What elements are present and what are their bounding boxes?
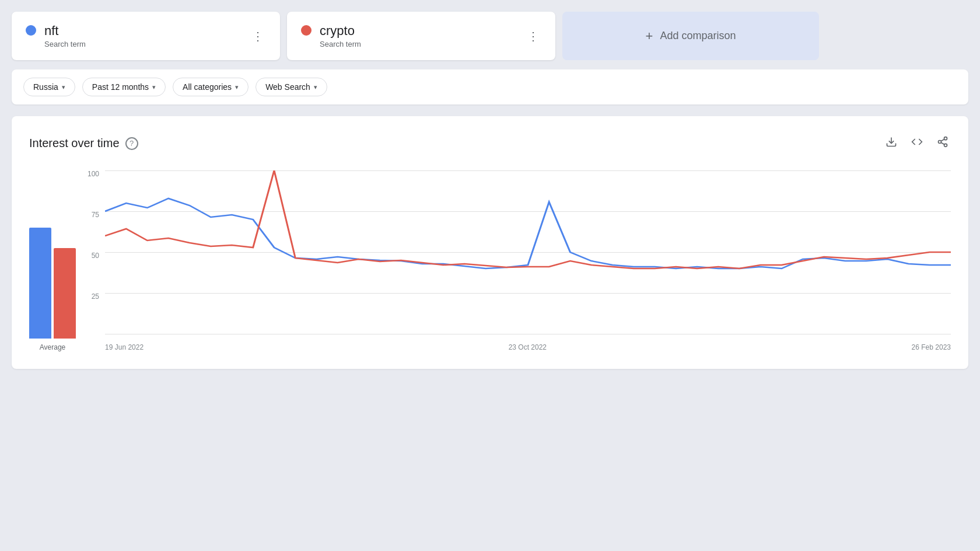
filter-time-chevron: ▾	[152, 83, 156, 91]
svg-point-1	[944, 137, 947, 140]
line-chart-container: 100 75 50 25	[88, 170, 951, 351]
chart-title: Interest over time	[29, 137, 120, 150]
x-label-jun: 19 Jun 2022	[105, 343, 144, 351]
filter-region-label: Russia	[33, 82, 58, 92]
svg-point-2	[939, 141, 942, 144]
filter-bar: Russia ▾ Past 12 months ▾ All categories…	[12, 69, 968, 104]
x-axis-labels: 19 Jun 2022 23 Oct 2022 26 Feb 2023	[105, 334, 951, 351]
chart-section: Interest over time ?	[12, 116, 968, 369]
x-label-oct: 23 Oct 2022	[509, 343, 547, 351]
svg-line-5	[941, 140, 944, 141]
add-comparison-label: Add comparison	[660, 30, 736, 42]
avg-bar-blue	[29, 228, 51, 339]
average-column: Average	[29, 175, 76, 351]
chart-area: Average 100 75 50 25	[29, 170, 951, 351]
filter-region[interactable]: Russia ▾	[23, 78, 75, 96]
chart-plot: 19 Jun 2022 23 Oct 2022 26 Feb 2023	[105, 170, 951, 351]
chart-header: Interest over time ?	[29, 134, 951, 153]
filter-search-type-chevron: ▾	[314, 83, 317, 91]
y-label-50: 50	[88, 252, 99, 259]
red-line	[105, 170, 951, 268]
y-label-100: 100	[88, 170, 99, 177]
blue-line	[105, 198, 951, 268]
line-chart-svg	[105, 170, 951, 334]
search-terms-row: nft Search term ⋮ crypto Search term ⋮ +…	[12, 12, 968, 60]
line-chart-inner: 100 75 50 25	[88, 170, 951, 351]
filter-search-type[interactable]: Web Search ▾	[256, 78, 327, 96]
share-button[interactable]	[935, 134, 951, 153]
nft-term-type: Search term	[44, 40, 86, 48]
nft-dot	[26, 25, 36, 36]
add-comparison-card[interactable]: + Add comparison	[562, 12, 819, 60]
nft-term-name: nft	[44, 23, 86, 39]
filter-time[interactable]: Past 12 months ▾	[82, 78, 166, 96]
filter-time-label: Past 12 months	[92, 82, 149, 92]
nft-search-card: nft Search term ⋮	[12, 12, 280, 60]
filter-region-chevron: ▾	[62, 83, 65, 91]
x-label-feb: 26 Feb 2023	[912, 343, 951, 351]
help-icon[interactable]: ?	[125, 137, 138, 150]
crypto-term-type: Search term	[320, 40, 361, 48]
crypto-dot	[301, 25, 312, 36]
filter-category[interactable]: All categories ▾	[173, 78, 249, 96]
y-axis: 100 75 50 25	[88, 170, 99, 351]
add-comparison-icon: +	[646, 29, 653, 44]
crypto-term-name: crypto	[320, 23, 361, 39]
nft-card-left: nft Search term	[26, 23, 86, 48]
chart-actions	[883, 134, 951, 153]
crypto-info: crypto Search term	[320, 23, 361, 48]
crypto-more-button[interactable]: ⋮	[523, 28, 544, 44]
chart-title-group: Interest over time ?	[29, 137, 138, 150]
svg-point-3	[944, 144, 947, 147]
crypto-card-left: crypto Search term	[301, 23, 361, 48]
y-label-75: 75	[88, 211, 99, 218]
svg-line-4	[941, 143, 944, 145]
bar-group	[29, 175, 76, 339]
filter-category-chevron: ▾	[235, 83, 239, 91]
average-label: Average	[40, 343, 65, 351]
download-button[interactable]	[883, 134, 900, 153]
crypto-search-card: crypto Search term ⋮	[287, 12, 555, 60]
filter-search-type-label: Web Search	[265, 82, 310, 92]
nft-info: nft Search term	[44, 23, 86, 48]
filter-category-label: All categories	[183, 82, 232, 92]
avg-bar-red	[54, 248, 76, 339]
embed-button[interactable]	[909, 134, 925, 153]
nft-more-button[interactable]: ⋮	[247, 28, 268, 44]
y-label-25: 25	[88, 293, 99, 300]
